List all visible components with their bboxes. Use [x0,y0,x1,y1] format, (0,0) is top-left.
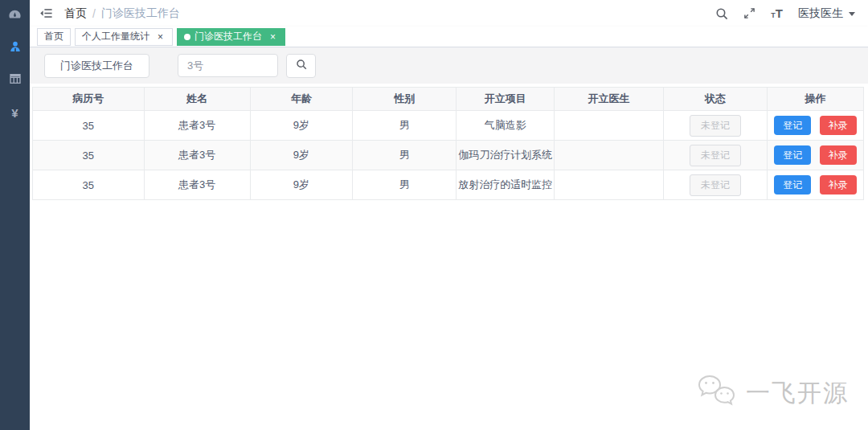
cell-item: 气脑造影 [457,111,555,141]
tags-view: 首页 个人工作量统计 × 门诊医技工作台 × [30,27,868,47]
active-dot [184,34,190,40]
tab-medtech-workbench[interactable]: 门诊医技工作台 × [177,28,285,46]
cell-gender: 男 [353,141,457,170]
sidebar-item-billing[interactable]: ¥ [0,96,30,129]
cell-mrn: 35 [33,170,145,200]
tab-personal-workload[interactable]: 个人工作量统计 × [75,28,173,46]
table-icon [9,72,22,88]
register-button[interactable]: 登记 [774,116,811,135]
makeup-entry-button[interactable]: 补录 [820,116,857,135]
register-button[interactable]: 登记 [774,175,811,195]
cell-mrn: 35 [33,111,145,141]
user-dropdown[interactable]: 医技医生 [798,6,855,21]
workbench-button[interactable]: 门诊医技工作台 [44,54,149,78]
sidebar-item-table[interactable] [0,64,30,96]
cell-mrn: 35 [33,141,145,170]
cell-gender: 男 [353,111,457,141]
chevron-down-icon [849,12,855,16]
cell-gender: 男 [353,170,457,200]
tab-label: 首页 [44,30,63,43]
cell-name: 患者3号 [144,170,250,200]
col-header-gender: 性别 [353,88,457,111]
money-icon: ¥ [11,106,18,120]
col-header-mrn: 病历号 [33,88,145,111]
search-input[interactable] [178,54,278,77]
cell-age: 9岁 [250,141,352,170]
cell-doctor [555,170,663,200]
search-icon [296,59,307,72]
col-header-actions: 操作 [768,88,864,111]
tab-home[interactable]: 首页 [37,28,71,46]
cell-doctor [555,141,663,170]
search-button[interactable] [286,54,316,78]
doctor-icon [9,40,22,56]
col-header-status: 状态 [663,88,767,111]
table-row: 35 患者3号 9岁 男 放射治疗的适时监控 未登记 登记 补录 [33,170,864,200]
cell-age: 9岁 [250,170,352,200]
cell-name: 患者3号 [144,141,250,170]
toolbar: 门诊医技工作台 [30,47,868,84]
sidebar: ¥ [0,0,30,430]
tab-label: 个人工作量统计 [82,30,149,43]
status-badge: 未登记 [690,115,741,137]
col-header-name: 姓名 [144,88,250,111]
close-icon[interactable]: × [155,31,166,42]
sidebar-item-dashboard[interactable] [0,0,30,32]
cell-doctor [555,111,663,141]
fullscreen-icon[interactable] [743,7,755,19]
patient-items-table: 病历号 姓名 年龄 性别 开立项目 开立医生 状态 操作 35 患者3号 9岁 … [30,84,868,200]
navbar: 首页 / 门诊医技工作台 TT 医技医生 [30,0,868,27]
cell-age: 9岁 [250,111,352,141]
sidebar-item-medtech-workbench[interactable] [0,32,30,64]
font-size-icon[interactable]: TT [771,7,783,20]
status-badge: 未登记 [690,174,741,196]
col-header-item: 开立项目 [457,88,555,111]
cell-item: 伽玛刀治疗计划系统 [457,141,555,170]
dashboard-icon [8,8,22,25]
tab-label: 门诊医技工作台 [194,30,262,43]
search-icon[interactable] [715,7,728,20]
close-icon[interactable]: × [268,31,278,42]
breadcrumb-separator: / [92,7,96,20]
col-header-age: 年龄 [250,88,352,111]
table-row: 35 患者3号 9岁 男 气脑造影 未登记 登记 补录 [33,111,864,141]
makeup-entry-button[interactable]: 补录 [820,145,857,165]
breadcrumb: 首页 / 门诊医技工作台 [64,6,180,21]
breadcrumb-current: 门诊医技工作台 [101,6,180,21]
hamburger-toggle-icon[interactable] [39,6,53,20]
register-button[interactable]: 登记 [774,145,811,165]
user-name: 医技医生 [798,6,843,21]
makeup-entry-button[interactable]: 补录 [820,175,857,195]
col-header-doctor: 开立医生 [555,88,663,111]
status-badge: 未登记 [690,145,741,166]
table-header-row: 病历号 姓名 年龄 性别 开立项目 开立医生 状态 操作 [33,88,864,111]
breadcrumb-home[interactable]: 首页 [64,6,87,21]
table-row: 35 患者3号 9岁 男 伽玛刀治疗计划系统 未登记 登记 补录 [33,141,864,170]
cell-name: 患者3号 [144,111,250,141]
cell-item: 放射治疗的适时监控 [457,170,555,200]
